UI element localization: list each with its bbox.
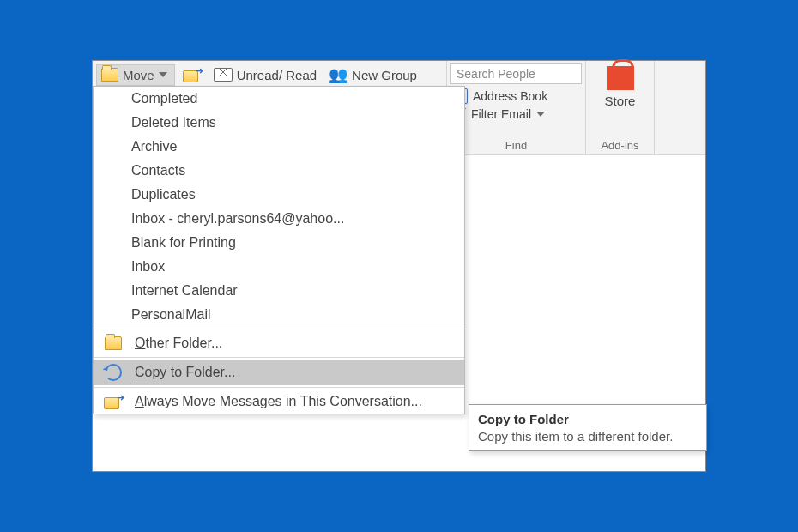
addins-group: Store Add-ins [586, 61, 655, 154]
menu-item-personal-mail[interactable]: PersonalMail [94, 303, 464, 327]
find-group: Search People Address Book Filter Email … [447, 61, 586, 154]
tooltip-description: Copy this item to a different folder. [478, 429, 698, 444]
folder-arrow-icon [183, 67, 202, 82]
filter-email-label: Filter Email [471, 107, 531, 121]
filter-email-button[interactable]: Filter Email [450, 106, 582, 123]
address-book-button[interactable]: Address Book [450, 87, 582, 106]
outlook-window: Move Unread/ Read 👥 New Group oups [92, 60, 706, 472]
menu-item-completed[interactable]: Completed [94, 87, 464, 111]
menu-item-label: Deleted Items [131, 115, 216, 130]
menu-item-inbox-account[interactable]: Inbox - cheryl.parsons64@yahoo... [94, 207, 464, 231]
store-icon [607, 66, 634, 90]
new-group-label: New Group [352, 68, 417, 82]
menu-separator [94, 357, 464, 358]
menu-item-label: Duplicates [131, 187, 196, 203]
ribbon-row-main: Move Unread/ Read 👥 New Group [93, 61, 446, 88]
partial-group [655, 61, 705, 154]
folder-arrow-icon [102, 394, 124, 409]
menu-item-label: Contacts [131, 163, 185, 178]
menu-item-label: Archive [131, 139, 177, 154]
search-people-input[interactable]: Search People [450, 63, 582, 84]
menu-item-label: PersonalMail [131, 307, 210, 323]
menu-item-label: Copy to Folder... [135, 365, 235, 380]
address-book-label: Address Book [473, 89, 547, 103]
move-button[interactable]: Move [96, 64, 175, 86]
unread-read-label: Unread/ Read [237, 68, 317, 82]
menu-item-deleted-items[interactable]: Deleted Items [94, 111, 464, 135]
tooltip: Copy to Folder Copy this item to a diffe… [469, 404, 707, 451]
store-button[interactable]: Store [605, 94, 636, 108]
folder-icon [101, 68, 118, 82]
menu-item-archive[interactable]: Archive [94, 135, 464, 159]
menu-item-other-folder[interactable]: Other Folder... [94, 331, 464, 355]
menu-item-duplicates[interactable]: Duplicates [94, 183, 464, 207]
ribbon-right: oups Search People Address Book Filter E… [446, 61, 705, 154]
move-label: Move [123, 68, 154, 82]
menu-item-blank-printing[interactable]: Blank for Printing [94, 231, 464, 255]
menu-item-inbox[interactable]: Inbox [94, 255, 464, 279]
menu-item-label: Other Folder... [135, 336, 222, 351]
find-group-label: Find [450, 139, 582, 154]
unread-read-button[interactable]: Unread/ Read [209, 65, 321, 85]
menu-item-copy-to-folder[interactable]: Copy to Folder... [94, 360, 464, 385]
envelope-icon [214, 68, 233, 82]
chevron-down-icon [159, 72, 167, 77]
menu-separator [94, 387, 464, 388]
menu-separator [94, 329, 464, 329]
menu-item-label: Blank for Printing [131, 235, 236, 251]
menu-item-always-move[interactable]: Always Move Messages in This Conversatio… [94, 390, 464, 414]
folder-open-icon [102, 336, 124, 350]
tooltip-title: Copy to Folder [478, 412, 698, 426]
move-to-folder-button[interactable] [178, 64, 206, 85]
new-group-button[interactable]: 👥 New Group [324, 63, 421, 87]
copy-cycle-icon [102, 364, 124, 381]
menu-item-label: Inbox [131, 259, 165, 275]
move-dropdown-menu: Completed Deleted Items Archive Contacts… [93, 86, 465, 414]
menu-item-contacts[interactable]: Contacts [94, 159, 464, 183]
menu-item-label: Inbox - cheryl.parsons64@yahoo... [131, 211, 344, 227]
chevron-down-icon [536, 112, 545, 117]
menu-item-internet-calendar[interactable]: Internet Calendar [94, 279, 464, 303]
menu-item-label: Always Move Messages in This Conversatio… [135, 394, 422, 409]
addins-group-label: Add-ins [601, 139, 638, 154]
menu-item-label: Completed [131, 91, 197, 106]
search-placeholder: Search People [456, 67, 535, 81]
menu-item-label: Internet Calendar [131, 283, 238, 299]
people-icon: 👥 [329, 65, 348, 84]
